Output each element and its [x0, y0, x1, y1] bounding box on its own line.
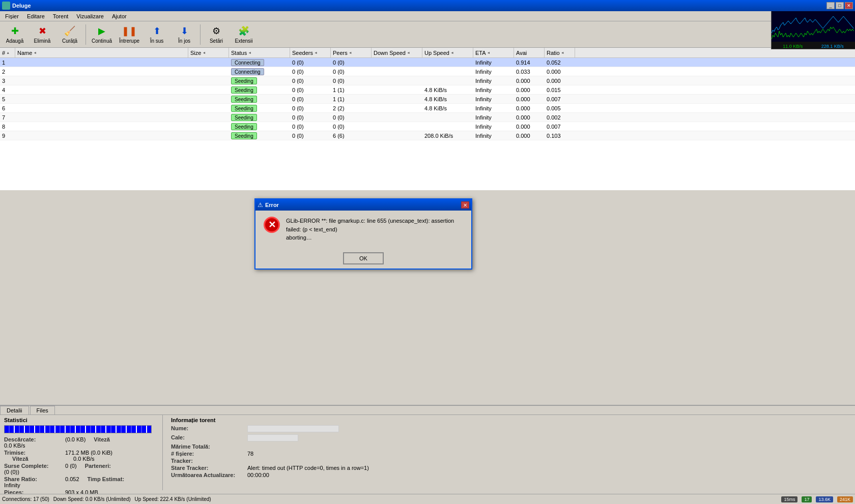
tab-files[interactable]: Files — [30, 406, 55, 414]
graph-labels: 11.0 KB/s 228.1 KB/s — [772, 42, 855, 49]
table-row[interactable]: 9 Seeding 0 (0) 6 (6) 208.0 KiB/s Infini… — [0, 131, 855, 140]
col-name-header[interactable]: Name ◄ — [15, 48, 188, 57]
menu-editare[interactable]: Editare — [23, 12, 49, 20]
cell-avai: 0.000 — [514, 76, 545, 85]
cell-size — [188, 104, 229, 112]
timp-value: Infinity — [4, 482, 20, 488]
cell-peers: 0 (0) — [331, 58, 372, 67]
minimize-button[interactable]: _ — [826, 2, 835, 9]
cell-down — [372, 131, 422, 140]
cell-down — [372, 76, 422, 85]
info-tracker: Tracker: — [171, 458, 847, 464]
remove-button[interactable]: ✖ Elimină — [30, 23, 55, 46]
table-row[interactable]: 4 Seeding 0 (0) 1 (1) 4.8 KiB/s Infinity… — [0, 85, 855, 95]
maximize-button[interactable]: □ — [836, 2, 844, 9]
menu-torent[interactable]: Torent — [49, 12, 73, 20]
status-bar-right: 15ms 17 13.6K 241K — [781, 496, 853, 502]
stare-label: Stare Tracker: — [171, 465, 247, 471]
dialog-title-text: Error — [265, 202, 461, 208]
menu-vizualizare[interactable]: Vizualizare — [72, 12, 108, 20]
cell-status: Seeding — [229, 122, 290, 131]
connections-status: Connections: 17 (50) — [2, 496, 49, 502]
info-nume: Nume: — [171, 425, 847, 433]
title-bar-buttons: _ □ ✕ — [826, 2, 853, 9]
table-row[interactable]: 7 Seeding 0 (0) 0 (0) Infinity 0.000 0.0… — [0, 113, 855, 122]
cell-num: 8 — [0, 122, 15, 131]
cell-peers: 0 (0) — [331, 76, 372, 85]
stare-value: Alert: timed out (HTTP code=0, times in … — [247, 465, 369, 471]
down-speed-status: Down Speed: 0.0 KB/s (Unlimited) — [53, 496, 131, 502]
speed-graph: 11.0 KB/s 228.1 KB/s — [771, 11, 855, 49]
stat-surse: Surse Complete: 0 (0) Parteneri: (0 (0)) — [4, 463, 158, 475]
extensions-button[interactable]: 🧩 Extensii — [231, 23, 256, 46]
cell-down — [372, 95, 422, 103]
close-button[interactable]: ✕ — [845, 2, 853, 9]
table-row[interactable]: 5 Seeding 0 (0) 1 (1) 4.8 KiB/s Infinity… — [0, 95, 855, 104]
col-seeders-header[interactable]: Seeders ◄ — [290, 48, 331, 57]
urmatoarea-value: 00:00:00 — [247, 472, 269, 478]
error-message-line1: GLib-ERROR **: file gmarkup.c: line 655 … — [286, 217, 463, 233]
cell-size — [188, 131, 229, 140]
error-message-line2: aborting… — [286, 233, 463, 242]
cell-seeders: 0 (0) — [290, 131, 331, 140]
status-badge: Seeding — [231, 96, 257, 103]
cell-peers: 0 (0) — [331, 113, 372, 122]
tab-detalii[interactable]: Detalii — [0, 406, 29, 414]
cell-peers: 1 (1) — [331, 95, 372, 103]
up-button[interactable]: ⬆ În sus — [144, 23, 169, 46]
col-up-header[interactable]: Up Speed ◄ — [422, 48, 473, 57]
menu-ajutor[interactable]: Ajutor — [108, 12, 131, 20]
error-dialog: ⚠ Error ✕ ✕ GLib-ERROR **: file gmarkup.… — [254, 198, 472, 270]
cell-name — [15, 131, 188, 140]
cell-peers: 1 (1) — [331, 85, 372, 94]
info-marime: Mărime Totală: — [171, 443, 847, 450]
cell-status: Seeding — [229, 85, 290, 94]
menu-bar: Fișier Editare Torent Vizualizare Ajutor — [0, 11, 855, 21]
pause-button[interactable]: ❚❚ Întrerupe — [117, 23, 142, 46]
timp-label: Timp Estimat: — [88, 476, 149, 482]
col-avai-header[interactable]: Avai — [514, 48, 545, 57]
parteneri-value: (0 (0)) — [4, 469, 19, 475]
cell-name — [15, 122, 188, 131]
urmatoarea-label: Următoarea Actualizare: — [171, 472, 247, 478]
table-row[interactable]: 1 Connecting 0 (0) 0 (0) Infinity 0.914 … — [0, 58, 855, 67]
menu-fisier[interactable]: Fișier — [1, 12, 23, 20]
col-eta-header[interactable]: ETA ◄ — [473, 48, 514, 57]
col-size-header[interactable]: Size ◄ — [188, 48, 229, 57]
nodes-pill: 17 — [802, 496, 812, 502]
cell-name — [15, 113, 188, 122]
stats-title: Statistici — [4, 417, 158, 423]
descarcate-label: Descărcate: — [4, 436, 65, 442]
dialog-close-button[interactable]: ✕ — [461, 201, 469, 209]
cell-ratio: 0.007 — [545, 95, 575, 103]
cell-ratio: 0.007 — [545, 122, 575, 131]
cell-avai: 0.000 — [514, 113, 545, 122]
parteneri-label: Parteneri: — [85, 463, 146, 469]
cell-up: 4.8 KiB/s — [422, 85, 473, 94]
add-button[interactable]: ✚ Adaugă — [2, 23, 27, 46]
table-row[interactable]: 3 Seeding 0 (0) 0 (0) Infinity 0.000 0.0… — [0, 76, 855, 85]
settings-button[interactable]: ⚙ Setări — [204, 23, 229, 46]
col-num-header[interactable]: # ▲ — [0, 48, 15, 57]
table-row[interactable]: 6 Seeding 0 (0) 2 (2) 4.8 KiB/s Infinity… — [0, 104, 855, 113]
table-row[interactable]: 2 Connecting 0 (0) 0 (0) Infinity 0.033 … — [0, 67, 855, 76]
col-peers-header[interactable]: Peers ◄ — [331, 48, 372, 57]
ok-button[interactable]: OK — [343, 252, 384, 264]
col-down-header[interactable]: Down Speed ◄ — [372, 48, 422, 57]
cell-eta: Infinity — [473, 113, 514, 122]
cell-ratio: 0.052 — [545, 58, 575, 67]
clean-button[interactable]: 🧹 Curăță — [57, 23, 82, 46]
col-status-header[interactable]: Status ◄ — [229, 48, 290, 57]
down-button[interactable]: ⬇ În jos — [172, 23, 197, 46]
cell-status: Seeding — [229, 131, 290, 140]
table-row[interactable]: 8 Seeding 0 (0) 0 (0) Infinity 0.000 0.0… — [0, 122, 855, 131]
continue-button[interactable]: ▶ Continuă — [89, 23, 115, 46]
fisiere-label: # fișiere: — [171, 451, 247, 457]
col-ratio-header[interactable]: Ratio ◄ — [545, 48, 575, 57]
nume-label: Nume: — [171, 425, 247, 433]
cell-up — [422, 113, 473, 122]
cale-value — [247, 434, 298, 442]
cell-num: 9 — [0, 131, 15, 140]
status-badge: Connecting — [231, 59, 264, 66]
up-speed-label: 228.1 KB/s — [821, 44, 844, 49]
